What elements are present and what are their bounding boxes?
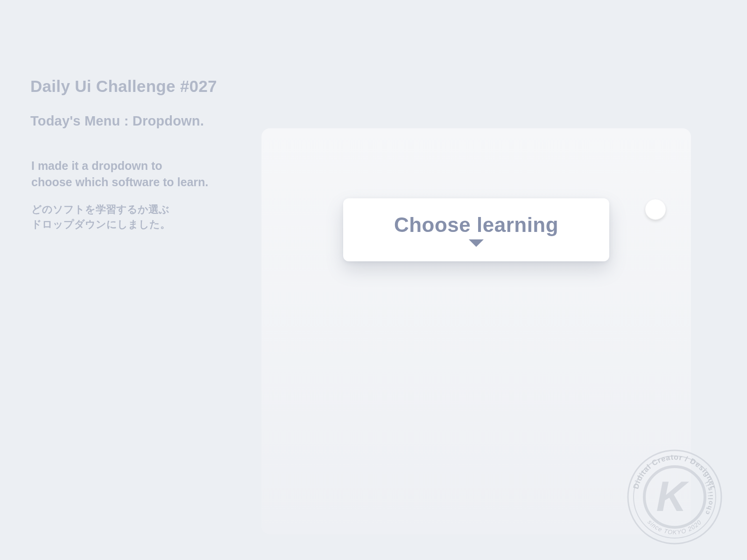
description-en-line1: I made it a dropdown to: [31, 159, 162, 172]
dropdown-label: Choose learning: [394, 213, 558, 237]
description-en-line2: choose which software to learn.: [31, 175, 208, 189]
chevron-down-icon: [469, 239, 484, 247]
learning-dropdown[interactable]: Choose learning: [343, 198, 609, 261]
stamp-monogram: K: [656, 473, 690, 520]
cursor-indicator-icon: [645, 199, 666, 220]
creator-stamp: Didital Creator / Designer choliisii sin…: [621, 443, 728, 551]
description-jp-line2: ドロップダウンにしました。: [31, 218, 170, 230]
description-jp-line1: どのソフトを学習するか選ぶ: [31, 203, 169, 215]
page-subtitle: Today's Menu : Dropdown.: [30, 113, 717, 129]
page-title: Daily Ui Challenge #027: [30, 77, 717, 96]
